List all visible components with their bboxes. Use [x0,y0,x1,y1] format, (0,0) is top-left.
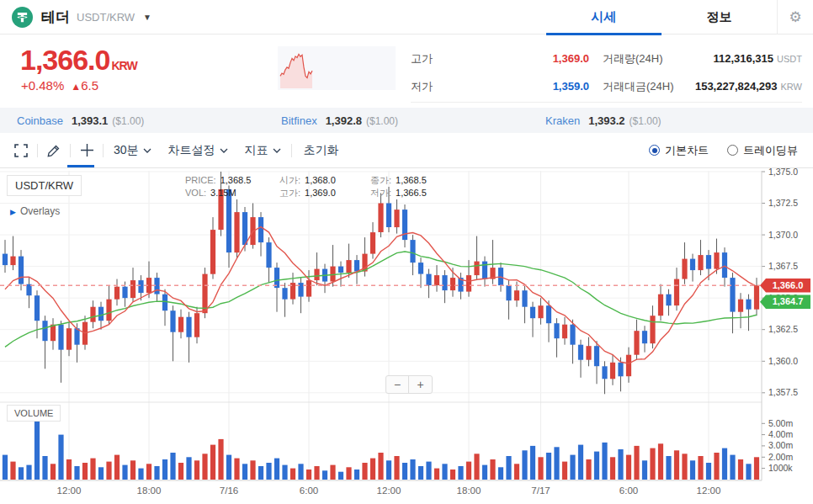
low-label: 저가 [411,79,433,94]
tab-info[interactable]: 정보 [662,0,777,34]
volume24h-value: 112,316,315 [713,52,773,65]
chart-area[interactable]: 1,375.01,372.51,370.01,367.51,365.01,362… [0,168,813,504]
svg-text:5.00m: 5.00m [768,418,793,428]
exchange-name: Coinbase [17,114,63,127]
volume24h-label: 거래량(24H) [603,51,663,66]
up-arrow-icon: ▲ [71,81,81,93]
gear-icon[interactable]: ⚙ [778,0,813,34]
zoom-in-button[interactable]: + [409,376,432,393]
svg-text:1000k: 1000k [768,463,793,473]
mini-sparkline [278,46,396,90]
radio-basic-chart[interactable]: 기본차트 [649,143,709,158]
svg-text:1,364.7: 1,364.7 [773,296,804,306]
low-value: 1,359.0 [553,80,589,93]
svg-text:7/16: 7/16 [220,485,238,496]
price-change: +0.48%▲6.5 [21,78,98,93]
svg-text:1,367.5: 1,367.5 [768,261,798,271]
svg-text:4.00m: 4.00m [768,429,793,439]
coin-detail-page: 테더 USDT/KRW ▼ 시세 정보 ⚙ 1,366.0KRW +0.48%▲… [0,0,813,504]
exchange-usd: ($1.00) [366,115,398,127]
exchange-name: Kraken [545,114,580,127]
radio-unselected-icon [727,145,738,156]
pair-dropdown-icon[interactable]: ▼ [143,13,151,22]
svg-text:1,366.0: 1,366.0 [773,280,804,290]
high-value: 1,369.0 [553,52,589,65]
chevron-down-icon [273,148,281,153]
stats-divider [411,102,802,103]
exchange-price: 1,393.2 [588,114,624,127]
svg-text:2.00m: 2.00m [768,452,793,462]
svg-text:12:00: 12:00 [377,485,401,496]
legend-high: 1,369.0 [305,187,336,199]
exchange-quote[interactable]: Coinbase1,393.1($1.00) [0,114,271,127]
tab-market[interactable]: 시세 [546,0,662,34]
legend-close: 1,368.5 [396,174,427,187]
legend-open: 1,368.0 [305,174,336,187]
fullscreen-button[interactable] [7,139,35,162]
amount24h-value: 153,227,824,293 [695,80,778,93]
svg-text:12:00: 12:00 [57,485,82,496]
volume-panel-badge: VOLUME [7,405,61,422]
chart-toolbar: 30분 차트설정 지표 초기화 기본차트 트레이딩뷰 [0,133,813,168]
amount24h-label: 거래대금(24H) [603,79,674,94]
chevron-down-icon [143,148,151,153]
exchange-usd: ($1.00) [112,115,144,127]
svg-text:1,372.5: 1,372.5 [768,198,798,208]
change-absolute: 6.5 [81,78,98,93]
svg-text:1,357.5: 1,357.5 [768,387,798,397]
exchange-price: 1,393.1 [72,114,108,127]
exchange-usd: ($1.00) [630,115,662,127]
svg-text:12:00: 12:00 [697,485,721,496]
legend-low: 1,366.5 [396,187,427,199]
price-currency: KRW [111,59,136,72]
stats-col-right: 거래량(24H)112,316,315USDT 거래대금(24H)153,227… [603,45,802,100]
zoom-out-button[interactable]: − [386,376,409,393]
candlestick-chart[interactable]: 1,375.01,372.51,370.01,367.51,365.01,362… [0,168,813,504]
svg-text:1,370.0: 1,370.0 [768,230,798,240]
chevron-down-icon [220,148,228,153]
active-tool-indicator [67,165,94,167]
legend-price: 1,368.5 [221,174,252,187]
svg-text:6:00: 6:00 [619,485,638,496]
volume24h-unit: USDT [777,54,802,64]
reset-button[interactable]: 초기화 [304,143,339,158]
svg-text:7/17: 7/17 [531,485,550,496]
exchange-quote[interactable]: Bitfinex1,392.8($1.00) [271,114,542,127]
stats-col-left: 고가1,369.0 저가1,359.0 [411,45,589,100]
svg-text:6:00: 6:00 [300,485,318,496]
chart-settings-dropdown[interactable]: 차트설정 [168,143,228,158]
svg-text:3.00m: 3.00m [768,440,793,450]
change-percent: +0.48% [21,78,64,93]
chart-type-radios: 기본차트 트레이딩뷰 [630,143,798,158]
radio-tradingview[interactable]: 트레이딩뷰 [727,143,798,158]
current-price: 1,366.0KRW [20,44,137,77]
high-label: 고가 [411,51,433,66]
zoom-controls: − + [385,375,433,394]
coin-pair: USDT/KRW [77,11,135,24]
draw-tool-button[interactable] [40,139,68,162]
svg-text:1,362.5: 1,362.5 [768,324,798,334]
quote-section: 1,366.0KRW +0.48%▲6.5 고가1,369.0 저가1,359.… [0,34,813,108]
overlays-toggle[interactable]: ▶Overlays [10,205,60,217]
exchange-quote[interactable]: Kraken1,393.2($1.00) [542,114,813,127]
svg-text:1,360.0: 1,360.0 [768,356,798,366]
header-tabs: 시세 정보 ⚙ [546,0,813,34]
interval-dropdown[interactable]: 30분 [114,143,151,158]
coin-name: 테더 [41,8,70,27]
exchange-price: 1,392.8 [326,114,362,127]
exchange-name: Bitfinex [281,114,317,127]
legend-vol: 3.15M [210,187,236,199]
svg-text:1,375.0: 1,375.0 [768,168,798,177]
crosshair-tool-button[interactable] [72,139,101,162]
amount24h-unit: KRW [781,82,802,92]
header: 테더 USDT/KRW ▼ 시세 정보 ⚙ [0,0,813,34]
exchange-compare-bar: Coinbase1,393.1($1.00)Bitfinex1,392.8($1… [0,108,813,133]
indicators-dropdown[interactable]: 지표 [245,143,281,158]
svg-text:18:00: 18:00 [457,485,481,496]
radio-selected-icon [649,145,660,156]
triangle-right-icon: ▶ [10,208,16,216]
chart-symbol-badge: USDT/KRW [7,175,82,196]
svg-text:18:00: 18:00 [137,485,162,496]
ohlc-legend: PRICE:1,368.5 시가:1,368.0 종가:1,368.5 VOL:… [185,174,454,199]
tether-logo-icon [12,7,33,28]
